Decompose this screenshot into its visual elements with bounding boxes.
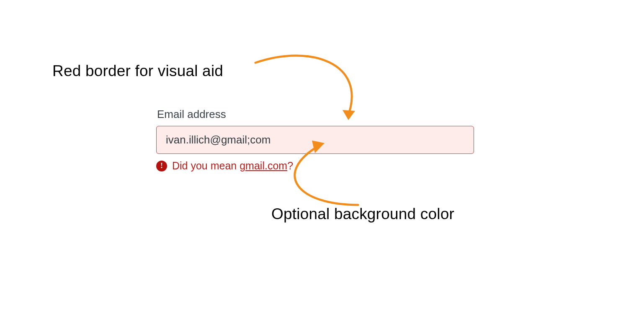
annotation-red-border: Red border for visual aid: [52, 62, 223, 80]
svg-marker-1: [312, 141, 325, 153]
arrow-to-background: [264, 134, 415, 213]
arrow-to-border: [251, 48, 385, 132]
error-prefix: Did you mean: [172, 160, 240, 171]
svg-marker-0: [343, 110, 355, 120]
error-icon: !: [156, 161, 167, 171]
